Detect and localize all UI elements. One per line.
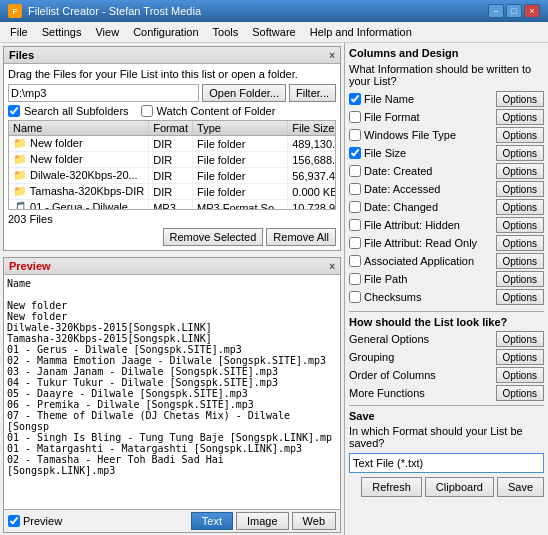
column-label: File Size: [364, 147, 496, 159]
menu-file[interactable]: File: [4, 24, 34, 40]
column-label: File Format: [364, 111, 496, 123]
column-option-row: File Format Options: [349, 109, 544, 125]
column-label: File Name: [364, 93, 496, 105]
list-options-group: General Options Options Grouping Options…: [349, 331, 544, 401]
column-label: Windows File Type: [364, 129, 496, 141]
column-options-button[interactable]: Options: [496, 271, 544, 287]
cell-format: DIR: [149, 136, 193, 152]
menu-tools[interactable]: Tools: [207, 24, 245, 40]
save-subtitle: In which Format should your List be save…: [349, 425, 544, 449]
minimize-button[interactable]: −: [488, 4, 504, 18]
files-content: Drag the Files for your File List into t…: [4, 64, 340, 250]
column-option-row: Date: Created Options: [349, 163, 544, 179]
columns-design-title: Columns and Design: [349, 47, 544, 59]
column-checkbox[interactable]: [349, 237, 361, 249]
column-label: Date: Accessed: [364, 183, 496, 195]
menu-software[interactable]: Software: [246, 24, 301, 40]
column-checkbox[interactable]: [349, 255, 361, 267]
filter-button[interactable]: Filter...: [289, 84, 336, 102]
files-close-icon[interactable]: ×: [329, 50, 335, 61]
column-checkbox[interactable]: [349, 219, 361, 231]
column-label: File Path: [364, 273, 496, 285]
table-row[interactable]: 📁 New folder DIR File folder 489,130.57.…: [9, 136, 336, 152]
preview-checkbox[interactable]: [8, 515, 20, 527]
columns-options-group: File Name Options File Format Options Wi…: [349, 91, 544, 305]
column-checkbox[interactable]: [349, 93, 361, 105]
main-container: Files × Drag the Files for your File Lis…: [0, 43, 548, 535]
column-options-button[interactable]: Options: [496, 199, 544, 215]
column-options-button[interactable]: Options: [496, 127, 544, 143]
list-options-button[interactable]: Options: [496, 385, 544, 401]
preview-close-icon[interactable]: ×: [329, 261, 335, 272]
file-table-container: Name Format Type File Size Crea 📁 New fo…: [8, 120, 336, 210]
cell-type: File folder: [193, 136, 288, 152]
list-options-button[interactable]: Options: [496, 367, 544, 383]
column-label: Associated Application: [364, 255, 496, 267]
menu-configuration[interactable]: Configuration: [127, 24, 204, 40]
column-options-button[interactable]: Options: [496, 145, 544, 161]
open-folder-button[interactable]: Open Folder...: [202, 84, 286, 102]
menu-help[interactable]: Help and Information: [304, 24, 418, 40]
cell-size: 489,130.57...: [288, 136, 336, 152]
watch-content-checkbox[interactable]: [141, 105, 153, 117]
search-subfolders-checkbox[interactable]: [8, 105, 20, 117]
table-row[interactable]: 📁 Tamasha-320Kbps-DIR DIR File folder 0.…: [9, 184, 336, 200]
column-checkbox[interactable]: [349, 165, 361, 177]
column-checkbox[interactable]: [349, 111, 361, 123]
column-options-button[interactable]: Options: [496, 181, 544, 197]
column-options-button[interactable]: Options: [496, 253, 544, 269]
menu-settings[interactable]: Settings: [36, 24, 88, 40]
column-options-button[interactable]: Options: [496, 91, 544, 107]
column-options-button[interactable]: Options: [496, 109, 544, 125]
column-checkbox[interactable]: [349, 147, 361, 159]
column-option-row: Date: Changed Options: [349, 199, 544, 215]
preview-panel-title: Preview: [9, 260, 51, 272]
column-checkbox[interactable]: [349, 129, 361, 141]
column-checkbox[interactable]: [349, 183, 361, 195]
files-count: 203 Files: [8, 213, 336, 225]
cell-type: File folder: [193, 152, 288, 168]
column-checkbox[interactable]: [349, 291, 361, 303]
search-subfolders-label: Search all Subfolders: [24, 105, 129, 117]
remove-selected-button[interactable]: Remove Selected: [163, 228, 264, 246]
path-input[interactable]: [8, 84, 199, 102]
list-options-button[interactable]: Options: [496, 331, 544, 347]
column-label: Date: Changed: [364, 201, 496, 213]
table-row[interactable]: 📁 Dilwale-320Kbps-20... DIR File folder …: [9, 168, 336, 184]
remove-all-button[interactable]: Remove All: [266, 228, 336, 246]
column-options-button[interactable]: Options: [496, 235, 544, 251]
column-options-button[interactable]: Options: [496, 217, 544, 233]
column-label: Date: Created: [364, 165, 496, 177]
save-format-input[interactable]: [349, 453, 544, 473]
list-options-button[interactable]: Options: [496, 349, 544, 365]
tab-image-button[interactable]: Image: [236, 512, 289, 530]
cell-format: DIR: [149, 152, 193, 168]
list-look-divider: How should the List look like? General O…: [349, 311, 544, 401]
cell-type: MP3 Format So...: [193, 200, 288, 211]
close-button[interactable]: ×: [524, 4, 540, 18]
maximize-button[interactable]: □: [506, 4, 522, 18]
column-checkbox[interactable]: [349, 201, 361, 213]
col-name: Name: [9, 121, 149, 136]
column-checkbox[interactable]: [349, 273, 361, 285]
list-look-label: How should the List look like?: [349, 316, 544, 328]
drag-label: Drag the Files for your File List into t…: [8, 68, 336, 80]
column-option-row: File Name Options: [349, 91, 544, 107]
column-option-row: Date: Accessed Options: [349, 181, 544, 197]
table-row[interactable]: 🎵 01 - Gerua - Dilwale... MP3 MP3 Format…: [9, 200, 336, 211]
tab-web-button[interactable]: Web: [292, 512, 336, 530]
menu-view[interactable]: View: [89, 24, 125, 40]
column-label: File Attribut: Read Only: [364, 237, 496, 249]
tab-text-button[interactable]: Text: [191, 512, 233, 530]
save-button[interactable]: Save: [497, 477, 544, 497]
table-row[interactable]: 📁 New folder DIR File folder 156,688.99.…: [9, 152, 336, 168]
column-options-button[interactable]: Options: [496, 163, 544, 179]
refresh-button[interactable]: Refresh: [361, 477, 422, 497]
column-options-button[interactable]: Options: [496, 289, 544, 305]
columns-design-subtitle: What Information should be written to yo…: [349, 63, 544, 87]
list-option-row: General Options Options: [349, 331, 544, 347]
cell-size: 0.000 KB: [288, 184, 336, 200]
preview-textarea[interactable]: [4, 275, 340, 509]
clipboard-button[interactable]: Clipboard: [425, 477, 494, 497]
save-label: Save: [349, 410, 544, 422]
